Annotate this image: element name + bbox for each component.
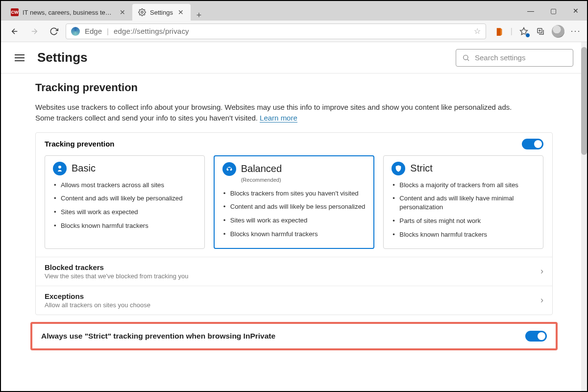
level-title: Basic	[72, 163, 96, 174]
page-title: Settings	[37, 50, 88, 65]
bullet: Blocks known harmful trackers	[392, 228, 535, 242]
edge-logo-icon	[71, 27, 80, 36]
bullet: Parts of sites might not work	[392, 214, 535, 228]
bullet: Blocks known harmful trackers	[53, 219, 196, 233]
favorites-menu-icon[interactable]	[518, 26, 529, 37]
chevron-right-icon: ›	[540, 266, 543, 276]
bullet: Blocks trackers from sites you haven't v…	[222, 187, 366, 200]
tab-title: IT news, careers, business technology	[23, 9, 115, 16]
level-bullets: Blocks a majority of trackers from all s…	[392, 178, 535, 242]
favicon-cw: CW	[11, 8, 19, 16]
level-balanced[interactable]: Balanced (Recommended) Blocks trackers f…	[214, 155, 375, 249]
search-icon	[462, 54, 470, 62]
recommended-label: (Recommended)	[241, 177, 366, 183]
level-title: Balanced	[241, 163, 282, 174]
strict-inprivate-toggle[interactable]	[525, 331, 547, 342]
learn-more-link[interactable]: Learn more	[260, 114, 297, 122]
gear-icon	[138, 8, 146, 16]
row-subtitle: View the sites that we've blocked from t…	[45, 272, 188, 280]
tracking-levels: Basic Allows most trackers across all si…	[36, 155, 552, 257]
svg-point-3	[464, 55, 468, 59]
bullet: Content and ads will likely have minimal…	[392, 192, 535, 214]
more-menu-icon[interactable]: ···	[570, 26, 581, 37]
bullet: Blocks a majority of trackers from all s…	[392, 178, 535, 192]
address-bar[interactable]: Edge | edge://settings/privacy ☆	[66, 24, 486, 39]
tracking-prevention-section: Tracking prevention Websites use tracker…	[1, 74, 587, 315]
menu-button[interactable]	[15, 51, 28, 65]
scrollbar-track[interactable]	[581, 42, 587, 391]
minimize-button[interactable]: —	[519, 1, 542, 21]
separator: |	[107, 27, 109, 35]
bullet: Blocks known harmful trackers	[222, 227, 366, 241]
search-settings-input[interactable]: Search settings	[456, 49, 573, 67]
profile-avatar[interactable]	[552, 25, 564, 38]
favorite-star-icon[interactable]: ☆	[474, 26, 481, 36]
settings-page: Settings Search settings Tracking preven…	[1, 42, 587, 391]
collections-icon[interactable]	[535, 26, 546, 37]
basic-icon	[53, 162, 67, 175]
bullet: Allows most trackers across all sites	[53, 178, 196, 192]
strict-inprivate-row: Always use "Strict" tracking prevention …	[30, 322, 558, 350]
exceptions-row[interactable]: Exceptions Allow all trackers on sites y…	[36, 286, 552, 315]
tracking-toggle[interactable]	[522, 139, 543, 149]
close-tab-icon[interactable]: ✕	[119, 8, 126, 16]
bullet: Sites will work as expected	[222, 214, 366, 227]
level-strict[interactable]: Strict Blocks a majority of trackers fro…	[383, 155, 543, 249]
level-title: Strict	[410, 163, 433, 174]
scrollbar-thumb[interactable]	[581, 47, 587, 155]
bullet: Sites will work as expected	[53, 205, 196, 219]
window-titlebar: CW IT news, careers, business technology…	[1, 1, 587, 21]
svg-marker-1	[520, 27, 528, 34]
settings-header: Settings Search settings	[1, 42, 587, 74]
tab-strip: CW IT news, careers, business technology…	[1, 1, 519, 21]
site-identity-label: Edge	[85, 27, 102, 35]
window-controls: — ▢ ✕	[519, 1, 587, 21]
svg-point-0	[141, 11, 143, 13]
level-basic[interactable]: Basic Allows most trackers across all si…	[45, 155, 205, 249]
tracking-toggle-label: Tracking prevention	[45, 140, 115, 148]
back-button[interactable]	[7, 24, 23, 39]
tab-settings[interactable]: Settings ✕	[132, 4, 191, 21]
bullet: Content and ads will likely be personali…	[53, 192, 196, 205]
strict-icon	[392, 162, 405, 175]
row-subtitle: Allow all trackers on sites you choose	[45, 301, 150, 309]
separator: |	[511, 27, 513, 36]
search-placeholder: Search settings	[475, 53, 525, 62]
browser-toolbar: Edge | edge://settings/privacy ☆ | ···	[1, 21, 587, 42]
office-extension-icon[interactable]	[494, 26, 505, 37]
tracking-card: Tracking prevention Basic Allows most tr…	[35, 132, 553, 315]
tab-title: Settings	[150, 9, 173, 16]
close-window-button[interactable]: ✕	[564, 1, 587, 21]
row-title: Blocked trackers	[45, 263, 188, 271]
level-bullets: Blocks trackers from sites you haven't v…	[222, 187, 366, 241]
url-text: edge://settings/privacy	[114, 27, 189, 35]
chevron-right-icon: ›	[540, 295, 543, 305]
toolbar-actions: | ···	[490, 25, 581, 38]
blocked-trackers-row[interactable]: Blocked trackers View the sites that we'…	[36, 257, 552, 286]
maximize-button[interactable]: ▢	[542, 1, 564, 21]
balanced-icon	[222, 162, 236, 176]
refresh-button[interactable]	[46, 24, 62, 39]
section-heading: Tracking prevention	[35, 81, 553, 94]
forward-button[interactable]	[26, 24, 42, 39]
tracking-toggle-row: Tracking prevention	[36, 133, 552, 155]
row-title: Exceptions	[45, 292, 150, 300]
section-description: Websites use trackers to collect info ab…	[35, 102, 525, 123]
close-tab-icon[interactable]: ✕	[177, 8, 185, 16]
bullet: Content and ads will likely be less pers…	[222, 200, 366, 214]
tab-it-news[interactable]: CW IT news, careers, business technology…	[5, 4, 132, 21]
level-bullets: Allows most trackers across all sites Co…	[53, 178, 196, 233]
new-tab-button[interactable]: +	[191, 10, 207, 21]
strict-inprivate-label: Always use "Strict" tracking prevention …	[41, 332, 275, 341]
